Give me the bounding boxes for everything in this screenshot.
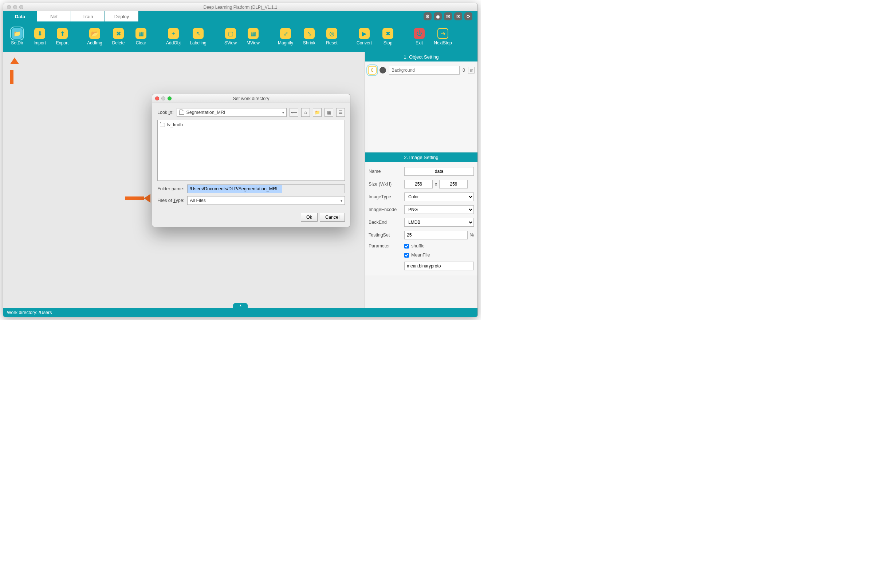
folder-name-label: Folder name: [157,186,184,191]
tool-magnify[interactable]: ⤢Magnify [274,28,297,45]
single-view-icon: ▢ [225,28,236,39]
tool-sview[interactable]: ▢SView [220,28,241,45]
tab-deploy[interactable]: Deploy [105,11,139,21]
shuffle-checkbox[interactable] [404,244,409,249]
tool-convert[interactable]: ▶Convert [353,28,376,45]
ok-button[interactable]: Ok [301,213,317,222]
height-input[interactable] [439,180,468,189]
file-type-combo[interactable]: All Files [187,196,345,205]
folder-name-input[interactable] [187,184,345,193]
header-icons: ⚙ ◉ ✉ ✉ ⟳ [424,11,477,21]
dialog-title: Set work directory [152,96,350,101]
multi-view-icon: ▦ [248,28,259,39]
window-title: Deep Learning Platform (DLP)_V1.1.1 [3,5,477,10]
tool-labeling[interactable]: ↖Labeling [187,28,209,45]
img-x-icon: ✖ [113,28,124,39]
object-row: 0 0 🗑 [368,66,475,75]
nav-newfolder-icon[interactable]: 📁 [313,108,322,117]
titlebar: Deep Learning Platform (DLP)_V1.1.1 [3,3,477,11]
folder-icon [179,111,184,115]
statusbar: Work directory: /Users [3,308,477,317]
plus-icon: ＋ [168,28,179,39]
trash-icon[interactable]: 🗑 [468,67,475,74]
label-backend: BackEnd [369,220,402,225]
lookin-label: Look In: [157,110,174,115]
tab-net[interactable]: Net [37,11,71,21]
tool-export[interactable]: ⬆Export [52,28,72,45]
view-list-icon[interactable]: ☰ [336,108,345,117]
files-of-type-label: Files of Type: [157,198,184,203]
toolbar: 📁SetDir ⬇Import ⬆Export 📂AddImg ✖Delete … [3,21,477,52]
img-clear-icon: ▦ [135,28,146,39]
object-index-badge[interactable]: 0 [368,66,377,75]
expand-icon: ⤢ [280,28,291,39]
object-name-input[interactable] [389,66,460,75]
chat-icon[interactable]: ✉ [444,12,452,20]
nav-up-icon[interactable]: ⌂ [301,108,310,117]
download-icon: ⬇ [34,28,45,39]
folder-icon: 📁 [12,28,23,39]
gear-icon[interactable]: ⚙ [424,12,432,20]
label-name: Name [369,169,402,174]
label-size: Size (WxH) [369,182,402,187]
tool-clear[interactable]: ▦Clear [131,28,151,45]
tool-addimg[interactable]: 📂AddImg [83,28,106,45]
stop-icon: ✖ [382,28,393,39]
lookin-combo[interactable]: Segmentation_MRI [177,108,287,117]
status-text: Work directory: /Users [7,310,52,315]
object-count: 0 [463,68,465,73]
next-icon: ➔ [438,28,448,39]
tab-data[interactable]: Data [3,11,37,21]
tool-mview[interactable]: ▦MView [243,28,263,45]
label-parameter: Parameter [369,243,402,249]
imagetype-select[interactable]: Color [404,192,474,201]
cancel-button[interactable]: Cancel [320,213,345,222]
tool-nextstep[interactable]: ➔NextStep [432,28,454,45]
tool-exit[interactable]: ⏻Exit [409,28,429,45]
tab-train[interactable]: Train [71,11,105,21]
tool-shrink[interactable]: ⤡Shrink [299,28,319,45]
tab-strip: Data Net Train Deploy ⚙ ◉ ✉ ✉ ⟳ [3,11,477,21]
backend-select[interactable]: LMDB [404,218,474,226]
object-color-swatch[interactable] [379,67,386,74]
tool-import[interactable]: ⬇Import [30,28,50,45]
testing-input[interactable] [404,231,468,239]
tool-delete[interactable]: ✖Delete [108,28,129,45]
tool-addobj[interactable]: ＋AddObj [162,28,185,45]
exit-icon: ⏻ [414,28,425,39]
mail-icon[interactable]: ✉ [454,12,462,20]
name-input[interactable] [404,167,474,176]
view-grid-icon[interactable]: ▦ [325,108,333,117]
folder-plus-icon: 📂 [89,28,100,39]
refresh-icon[interactable]: ⟳ [464,12,472,20]
folder-icon [160,123,165,127]
set-work-directory-dialog: Set work directory Look In: Segmentation… [152,94,350,227]
width-input[interactable] [404,180,433,189]
tool-stop[interactable]: ✖Stop [378,28,398,45]
expand-chevron-icon[interactable] [233,303,248,308]
meanfile-input[interactable] [404,262,474,270]
target-icon: ◎ [326,28,337,39]
upload-icon: ⬆ [57,28,68,39]
list-item[interactable]: lv_lmdb [160,122,342,128]
meanfile-checkbox[interactable] [404,253,409,258]
cursor-icon: ↖ [193,28,204,39]
tool-setdir[interactable]: 📁SetDir [7,28,27,45]
file-list[interactable]: lv_lmdb [157,120,345,181]
label-encode: ImageEncode [369,207,402,212]
contract-icon: ⤡ [304,28,315,39]
image-setting-header: 2. Image Setting [365,153,477,162]
label-testing: TestingSet [369,232,402,238]
side-panel: 1. Object Setting 0 0 🗑 2. Image Setting… [364,52,477,308]
object-setting-header: 1. Object Setting [365,52,477,62]
nav-back-icon[interactable]: ⟵ [290,108,298,117]
compass-icon[interactable]: ◉ [434,12,442,20]
encode-select[interactable]: PNG [404,205,474,214]
label-imagetype: ImageType [369,194,402,200]
play-icon: ▶ [359,28,370,39]
tool-reset[interactable]: ◎Reset [322,28,342,45]
